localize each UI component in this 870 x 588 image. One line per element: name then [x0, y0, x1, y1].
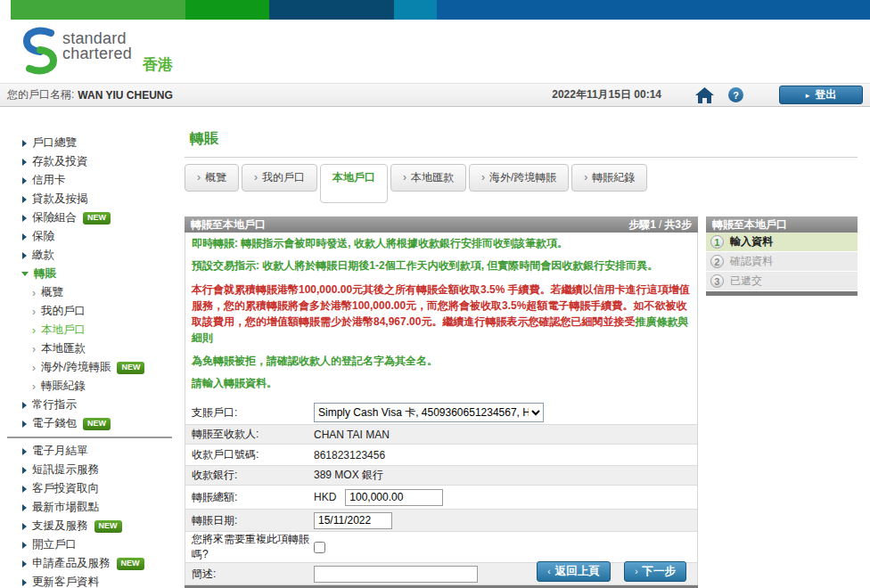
transfer-date-input[interactable] [314, 512, 392, 529]
recurring-checkbox[interactable] [314, 542, 325, 553]
steps-panel-title: 轉賬至本地戶口 [706, 216, 858, 233]
sidebar-item-transfers[interactable]: 轉賬 [0, 265, 185, 283]
new-badge: NEW [94, 520, 122, 533]
sidebar-item-transfers-history[interactable]: ›轉賬紀錄 [0, 377, 185, 396]
step-enter-details: 1 輸入資料 [706, 233, 858, 252]
scheduled-transfer-note: 預設交易指示: 收款人將於轉賬日期後1-2個工作天内收到款項, 但實際時間會因收… [192, 259, 691, 273]
sidebar-item-insurance[interactable]: 保險 [0, 227, 185, 246]
form-panel-header: 轉賬至本地戶口 步驟1/共3步 [185, 216, 698, 233]
recurring-label: 您將來需要重複此項轉賬嗎? [192, 532, 314, 562]
debit-account-select[interactable]: Simply Cash Visa 卡, 4509360651234567, HK… [314, 403, 544, 422]
brand-wordmark: standard chartered [62, 31, 132, 61]
new-badge: NEW [117, 362, 144, 374]
angle-right-icon: › [584, 171, 587, 184]
sidebar-item-bill-payment[interactable]: 繳款 [0, 246, 185, 265]
enter-details-note: 請輸入轉賬資料。 [192, 377, 691, 390]
sidebar-item-account-overview[interactable]: 戶口總覽 [0, 134, 185, 152]
chevron-down-icon [21, 272, 29, 276]
color-segment [11, 0, 185, 20]
logout-label: 登出 [815, 87, 836, 102]
angle-right-icon: › [32, 306, 36, 318]
step-confirm-details: 2 確認資料 [706, 252, 858, 272]
sidebar-item-loans-mortgage[interactable]: 貸款及按揭 [0, 190, 185, 208]
sidebar-item-transfers-local-accounts[interactable]: ›本地戶口 [0, 321, 185, 339]
debit-account-label: 支賬戶口: [192, 405, 314, 421]
chevron-right-icon [22, 196, 27, 203]
back-button[interactable]: ‹返回上頁 [537, 561, 610, 582]
sidebar-item-transfers-my-accounts[interactable]: ›我的戶口 [0, 302, 185, 321]
chevron-right-icon [22, 421, 27, 428]
payee-bank-value: 389 MOX 銀行 [314, 468, 383, 483]
help-icon[interactable]: ? [728, 87, 743, 102]
color-segment [269, 0, 394, 20]
new-badge: NEW [117, 558, 144, 570]
payee-account-label: 收款戶口號碼: [192, 447, 314, 462]
transfer-date-row: 轉賬日期: [185, 509, 697, 532]
angle-right-icon: › [32, 324, 36, 337]
debit-account-row: 支賬戶口: Simply Cash Visa 卡, 45093606512345… [185, 401, 697, 424]
angle-right-icon: › [32, 343, 36, 355]
currency-label: HKD [314, 491, 336, 503]
new-badge: NEW [83, 418, 111, 430]
angle-right-icon: › [32, 362, 36, 374]
step-number-badge: 2 [710, 255, 724, 268]
chevron-right-icon [22, 448, 27, 455]
sidebar-item-transfers-overview[interactable]: ›概覽 [0, 283, 185, 302]
payee-name-row: 轉賬至收款人: CHAN TAI MAN [185, 424, 697, 445]
chevron-right-icon [22, 486, 27, 493]
sidebar-item-deposits-investments[interactable]: 存款及投資 [0, 152, 185, 171]
region-label: 香港 [143, 54, 173, 75]
chevron-right-icon [22, 560, 27, 568]
sidebar-item-transfers-local-remittance[interactable]: ›本地匯款 [0, 339, 185, 358]
color-segment [185, 0, 269, 20]
page-title: 轉賬 [190, 130, 218, 149]
tab-local-accounts[interactable]: 本地戶口 [320, 164, 388, 203]
transfer-date-label: 轉賬日期: [192, 513, 314, 528]
logout-button[interactable]: ▸ 登出 [779, 86, 863, 104]
transfer-tabs: ›概覽 ›我的戶口 本地戶口 ›本地匯款 ›海外/跨境轉賬 ›轉賬紀錄 [185, 164, 650, 203]
chevron-right-icon [22, 402, 27, 409]
sidebar-item-insurance-portfolio[interactable]: 保險組合NEW [0, 208, 185, 227]
sidebar-item-update-info[interactable]: 更新客戶資料 [0, 573, 185, 588]
sidebar-item-transfers-overseas[interactable]: ›海外/跨境轉賬NEW [0, 358, 185, 377]
next-button[interactable]: ›下一步 [624, 561, 686, 582]
form-actions: ‹返回上頁 ›下一步 [185, 561, 698, 582]
color-segment [394, 0, 437, 20]
tab-my-accounts[interactable]: ›我的戶口 [242, 164, 317, 192]
amount-label: 轉賬總額: [192, 490, 314, 505]
payee-bank-label: 收款銀行: [192, 468, 314, 483]
account-name-label: 您的戶口名稱: [7, 87, 74, 102]
tab-overseas-transfer[interactable]: ›海外/跨境轉賬 [469, 164, 569, 192]
chevron-right-icon [22, 140, 27, 147]
fee-warning-note: 本行會就累積轉賬港幣100,000.00元其後之所有轉賬金額收取3.5% 手續費… [192, 282, 691, 346]
amount-input[interactable] [345, 489, 443, 506]
payee-account-row: 收款戶口號碼: 861823123456 [185, 445, 697, 465]
steps-panel: 轉賬至本地戶口 1 輸入資料 2 確認資料 3 已遞交 [706, 216, 858, 296]
tab-transfer-history[interactable]: ›轉賬紀錄 [571, 164, 647, 192]
sidebar-item-e-wallet[interactable]: 電子錢包NEW [0, 414, 185, 433]
chevron-right-icon [22, 159, 27, 166]
angle-right-icon: › [481, 171, 485, 184]
payee-name-value: CHAN TAI MAN [314, 429, 390, 441]
sidebar-item-open-account[interactable]: 開立戶口 [0, 535, 185, 554]
sidebar-item-investment-profile[interactable]: 客戶投資取向 [0, 479, 185, 498]
tab-overview[interactable]: ›概覽 [185, 164, 239, 192]
home-icon[interactable] [695, 87, 714, 103]
payee-bank-row: 收款銀行: 389 MOX 銀行 [185, 465, 697, 486]
color-segment [437, 0, 870, 20]
sidebar-item-market-views[interactable]: 最新市場觀點 [0, 498, 185, 517]
sidebar-item-apply-products[interactable]: 申請產品及服務NEW [0, 554, 185, 573]
sidebar-item-support-services[interactable]: 支援及服務NEW [0, 517, 185, 535]
payee-name-label: 轉賬至收款人: [192, 427, 314, 442]
sidebar-item-standing-instructions[interactable]: 常行指示 [0, 396, 185, 414]
angle-right-icon: › [32, 380, 36, 393]
payee-account-value: 861823123456 [314, 449, 385, 461]
tab-local-remittance[interactable]: ›本地匯款 [390, 164, 466, 192]
step-number-badge: 3 [710, 274, 724, 288]
sidebar-item-e-statement[interactable]: 電子月結單 [0, 442, 185, 461]
sidebar-item-sms-alerts[interactable]: 短訊提示服務 [0, 461, 185, 479]
brand-header: standard chartered 香港 [0, 20, 870, 83]
sidebar-item-credit-card[interactable]: 信用卡 [0, 171, 185, 190]
chevron-right-icon [22, 177, 27, 184]
steps-bottom-bar [706, 291, 858, 296]
